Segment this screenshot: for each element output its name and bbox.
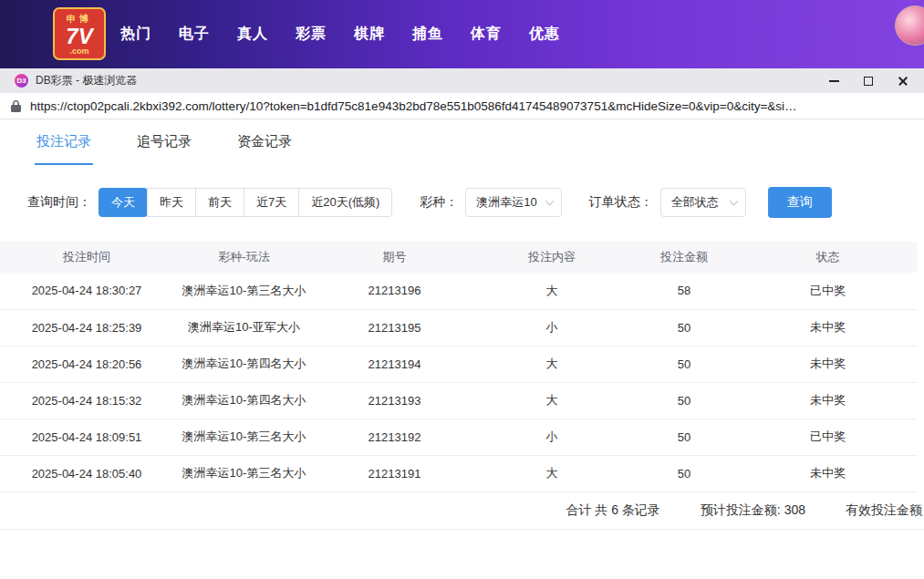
site-navbar: 申博 7V .com 热门电子真人彩票棋牌捕鱼体育优惠 bbox=[0, 0, 924, 68]
search-button[interactable]: 查询 bbox=[768, 187, 832, 218]
cell-amount: 50 bbox=[629, 419, 739, 455]
cell-status: 未中奖 bbox=[739, 346, 917, 382]
close-button[interactable] bbox=[897, 75, 909, 88]
cell-content: 大 bbox=[474, 382, 629, 419]
window-title: DB彩票 - 极速浏览器 bbox=[36, 73, 137, 88]
column-header: 投注时间 bbox=[0, 242, 173, 273]
nav-item[interactable]: 体育 bbox=[471, 25, 502, 44]
table-row: 2025-04-24 18:05:40澳洲幸运10-第三名大小21213191大… bbox=[0, 455, 917, 491]
column-header: 投注金额 bbox=[629, 242, 739, 273]
logo-text-main: 7V bbox=[55, 26, 104, 47]
cell-content: 大 bbox=[474, 346, 629, 382]
cell-game: 澳洲幸运10-亚军大小 bbox=[173, 309, 315, 346]
order-status-label: 订单状态： bbox=[589, 194, 653, 211]
cell-content: 小 bbox=[474, 309, 629, 346]
nav-item[interactable]: 电子 bbox=[179, 25, 210, 44]
filter-bar: 查询时间： 今天昨天前天近7天近20天(低频) 彩种： 澳洲幸运10 订单状态：… bbox=[27, 187, 924, 218]
nav-item[interactable]: 彩票 bbox=[296, 25, 327, 44]
table-row: 2025-04-24 18:25:39澳洲幸运10-亚军大小21213195小5… bbox=[0, 309, 917, 346]
summary-valid: 有效投注金额 bbox=[846, 502, 922, 519]
site-menu: 热门电子真人彩票棋牌捕鱼体育优惠 bbox=[120, 0, 560, 68]
nav-item[interactable]: 捕鱼 bbox=[412, 25, 443, 44]
cell-game: 澳洲幸运10-第三名大小 bbox=[173, 419, 315, 455]
cell-content: 大 bbox=[474, 273, 629, 309]
url-text: https://ctop02pcali.2kbxi392.com/lottery… bbox=[30, 99, 797, 113]
column-header: 期号 bbox=[315, 242, 474, 273]
time-filter-label: 查询时间： bbox=[27, 194, 91, 211]
cell-time: 2025-04-24 18:20:56 bbox=[0, 346, 173, 382]
time-filter-button[interactable]: 今天 bbox=[99, 188, 148, 217]
table-row: 2025-04-24 18:20:56澳洲幸运10-第四名大小21213194大… bbox=[0, 346, 917, 382]
summary-total: 合计 共 6 条记录 bbox=[566, 502, 659, 519]
table-row: 2025-04-24 18:30:27澳洲幸运10-第三名大小21213196大… bbox=[0, 273, 917, 309]
cell-time: 2025-04-24 18:15:32 bbox=[0, 382, 173, 419]
order-status-select[interactable]: 全部状态 bbox=[660, 188, 746, 217]
screen: 申博 7V .com 热门电子真人彩票棋牌捕鱼体育优惠 D3 DB彩票 - 极速… bbox=[0, 0, 924, 579]
order-status-value: 全部状态 bbox=[671, 194, 719, 211]
maximize-icon bbox=[864, 77, 873, 86]
chevron-down-icon bbox=[545, 197, 554, 206]
lottery-select[interactable]: 澳洲幸运10 bbox=[465, 188, 561, 217]
page-content: 投注记录追号记录资金记录 查询时间： 今天昨天前天近7天近20天(低频) 彩种：… bbox=[0, 119, 924, 579]
cell-status: 未中奖 bbox=[739, 382, 917, 419]
maximize-button[interactable] bbox=[862, 75, 875, 88]
table-row: 2025-04-24 18:15:32澳洲幸运10-第四名大小21213193大… bbox=[0, 382, 917, 419]
table-row: 2025-04-24 18:09:51澳洲幸运10-第三名大小21213192小… bbox=[0, 419, 917, 455]
cell-amount: 50 bbox=[629, 382, 739, 419]
cell-amount: 50 bbox=[629, 346, 739, 382]
time-filter-button[interactable]: 前天 bbox=[195, 188, 244, 217]
cell-status: 未中奖 bbox=[739, 309, 917, 346]
browser-titlebar: D3 DB彩票 - 极速浏览器 bbox=[0, 68, 924, 93]
nav-item[interactable]: 棋牌 bbox=[354, 25, 385, 44]
window-controls bbox=[827, 75, 915, 88]
cell-time: 2025-04-24 18:30:27 bbox=[0, 273, 173, 309]
nav-item[interactable]: 优惠 bbox=[529, 25, 560, 44]
tab[interactable]: 追号记录 bbox=[135, 119, 193, 165]
chevron-down-icon bbox=[729, 197, 738, 206]
cell-issue: 21213194 bbox=[315, 346, 474, 382]
lock-icon bbox=[11, 100, 21, 112]
minimize-icon bbox=[829, 80, 839, 82]
cell-amount: 58 bbox=[629, 273, 739, 309]
cell-issue: 21213196 bbox=[315, 273, 474, 309]
site-logo[interactable]: 申博 7V .com bbox=[53, 7, 106, 60]
cell-time: 2025-04-24 18:05:40 bbox=[0, 455, 173, 491]
time-filter-button[interactable]: 昨天 bbox=[147, 188, 196, 217]
time-filter-button[interactable]: 近20天(低频) bbox=[298, 188, 392, 217]
nav-item[interactable]: 真人 bbox=[237, 25, 268, 44]
cell-status: 已中奖 bbox=[739, 273, 917, 309]
browser-urlbar[interactable]: https://ctop02pcali.2kbxi392.com/lottery… bbox=[0, 93, 924, 119]
table-body: 2025-04-24 18:30:27澳洲幸运10-第三名大小21213196大… bbox=[0, 273, 917, 491]
table-header-row: 投注时间彩种-玩法期号投注内容投注金额状态 bbox=[0, 242, 917, 273]
time-filter-button[interactable]: 近7天 bbox=[244, 188, 299, 217]
tab[interactable]: 投注记录 bbox=[35, 119, 93, 165]
cell-game: 澳洲幸运10-第三名大小 bbox=[173, 455, 315, 491]
cell-time: 2025-04-24 18:25:39 bbox=[0, 309, 173, 346]
lottery-label: 彩种： bbox=[420, 194, 458, 211]
minimize-button[interactable] bbox=[827, 75, 840, 88]
cell-issue: 21213193 bbox=[315, 382, 474, 419]
browser-favicon-icon: D3 bbox=[15, 74, 28, 88]
cell-amount: 50 bbox=[629, 455, 739, 491]
cell-issue: 21213191 bbox=[315, 455, 474, 491]
cell-game: 澳洲幸运10-第三名大小 bbox=[173, 273, 315, 309]
cell-issue: 21213195 bbox=[315, 309, 474, 346]
column-header: 彩种-玩法 bbox=[173, 242, 315, 273]
tab[interactable]: 资金记录 bbox=[235, 119, 294, 165]
cell-content: 小 bbox=[474, 419, 629, 455]
time-filter-group: 今天昨天前天近7天近20天(低频) bbox=[99, 188, 392, 217]
user-avatar[interactable] bbox=[895, 5, 924, 46]
column-header: 投注内容 bbox=[474, 242, 629, 273]
cell-game: 澳洲幸运10-第四名大小 bbox=[173, 346, 315, 382]
cell-game: 澳洲幸运10-第四名大小 bbox=[173, 382, 315, 419]
tab-bar: 投注记录追号记录资金记录 bbox=[0, 119, 924, 165]
cell-status: 未中奖 bbox=[739, 455, 917, 491]
cell-time: 2025-04-24 18:09:51 bbox=[0, 419, 173, 455]
lottery-select-value: 澳洲幸运10 bbox=[476, 194, 536, 211]
browser-window: D3 DB彩票 - 极速浏览器 https://ctop02pcali.2kbx… bbox=[0, 68, 924, 579]
cell-content: 大 bbox=[474, 455, 629, 491]
summary-expected: 预计投注金额: 308 bbox=[701, 502, 805, 519]
cell-status: 已中奖 bbox=[739, 419, 917, 455]
cell-amount: 50 bbox=[629, 309, 739, 346]
nav-item[interactable]: 热门 bbox=[120, 25, 151, 44]
